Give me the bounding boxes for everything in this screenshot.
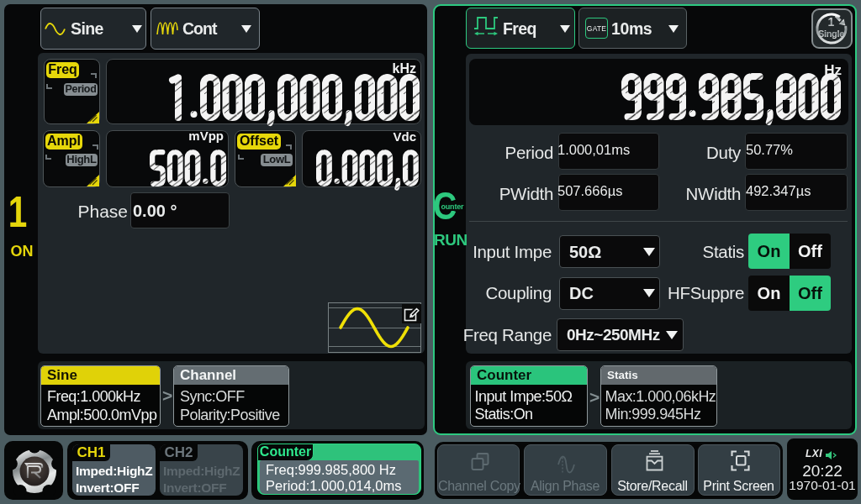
svg-text:Single: Single xyxy=(818,29,844,39)
svg-text:1: 1 xyxy=(828,15,835,29)
